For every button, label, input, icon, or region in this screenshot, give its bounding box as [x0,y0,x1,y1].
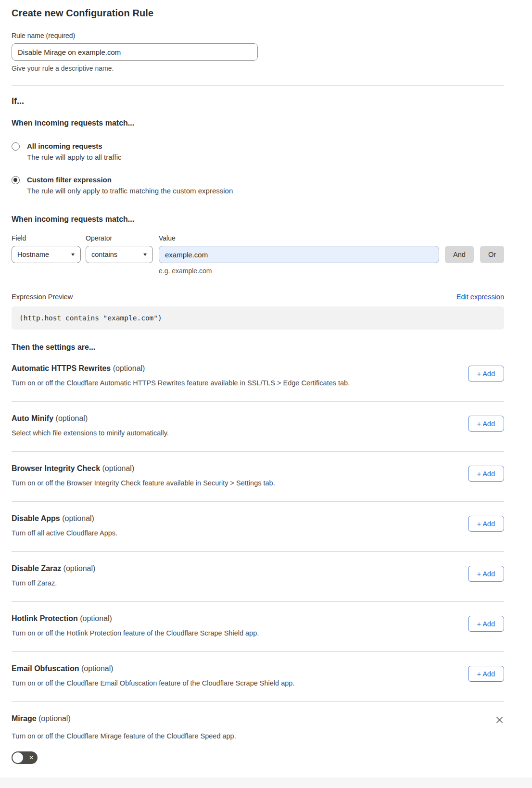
edit-expression-link[interactable]: Edit expression [456,293,504,301]
rule-name-label: Rule name (required) [12,32,504,39]
setting-name: Mirage [12,714,37,723]
value-input[interactable] [159,246,439,263]
add-button[interactable]: + Add [468,516,505,532]
operator-select-value: contains [91,251,117,258]
add-button[interactable]: + Add [468,416,505,432]
add-button[interactable]: + Add [468,616,505,632]
setting-optional-tag: (optional) [102,464,135,472]
if-heading: If... [12,96,504,106]
expression-preview-box: (http.host contains "example.com") [12,306,504,330]
setting-name: Browser Integrity Check [12,464,100,472]
setting-name: Hotlink Protection [12,614,78,623]
radio-option-label: Custom filter expression [27,176,233,184]
setting-description: Select which file extensions to minify a… [12,429,169,437]
setting-name: Disable Apps [12,514,60,522]
radio-option-description: The rule will only apply to traffic matc… [27,187,233,195]
setting-optional-tag: (optional) [62,514,94,522]
setting-description: Turn on or off the Cloudflare Automatic … [12,379,350,387]
setting-optional-tag: (optional) [63,564,96,572]
setting-name: Disable Zaraz [12,564,61,572]
radio-option-custom-filter-expression[interactable]: Custom filter expression The rule will o… [12,176,504,195]
radio-option-label: All incoming requests [27,142,121,150]
setting-hotlink-protection: Hotlink Protection (optional) Turn on or… [12,602,504,651]
and-button[interactable]: And [445,246,474,263]
expression-preview-code: (http.host contains "example.com") [19,314,162,322]
setting-browser-integrity-check: Browser Integrity Check (optional) Turn … [12,452,504,501]
setting-optional-tag: (optional) [113,364,145,372]
rule-name-input[interactable] [12,43,258,61]
rule-name-helper: Give your rule a descriptive name. [12,64,504,72]
configuration-rule-page: Create new Configuration Rule Rule name … [0,0,532,766]
field-select[interactable]: Hostname ▼ [12,246,81,263]
setting-disable-zaraz: Disable Zaraz (optional) Turn off Zaraz.… [12,552,504,601]
match-heading: When incoming requests match... [12,119,504,127]
radio-option-description: The rule will apply to all traffic [27,153,121,161]
setting-description: Turn off Zaraz. [12,579,95,587]
then-heading: Then the settings are... [12,343,504,352]
setting-description: Turn off all active Cloudflare Apps. [12,529,117,537]
add-button[interactable]: + Add [468,566,505,582]
chevron-down-icon: ▼ [142,252,148,257]
operator-select[interactable]: contains ▼ [86,246,153,263]
radio-option-all-incoming-requests[interactable]: All incoming requests The rule will appl… [12,142,504,161]
add-button[interactable]: + Add [468,666,505,682]
setting-description: Turn on or off the Hotlink Protection fe… [12,629,259,637]
setting-description: Turn on or off the Browser Integrity Che… [12,479,275,487]
toggle-knob [13,752,23,763]
radio-selected-icon[interactable] [12,176,20,184]
setting-optional-tag: (optional) [38,714,71,723]
setting-name: Automatic HTTPS Rewrites [12,364,111,372]
setting-name: Auto Minify [12,414,53,422]
setting-optional-tag: (optional) [81,664,114,673]
setting-mirage: Mirage (optional) Turn on or off the Clo… [12,702,504,766]
setting-optional-tag: (optional) [80,614,112,623]
radio-unselected-icon[interactable] [12,142,20,151]
page-title: Create new Configuration Rule [12,8,504,19]
setting-disable-apps: Disable Apps (optional) Turn off all act… [12,502,504,551]
field-label: Field [12,234,81,242]
setting-automatic-https-rewrites: Automatic HTTPS Rewrites (optional) Turn… [12,352,504,401]
close-icon[interactable] [495,715,504,726]
or-button[interactable]: Or [480,246,504,263]
add-button[interactable]: + Add [468,466,505,482]
setting-name: Email Obfuscation [12,664,79,673]
field-select-value: Hostname [17,251,49,258]
operator-label: Operator [86,234,153,242]
expression-builder-heading: When incoming requests match... [12,215,504,224]
toggle-off-x-icon: ✕ [29,755,34,761]
section-divider [12,85,504,86]
setting-auto-minify: Auto Minify (optional) Select which file… [12,402,504,451]
expression-preview-label: Expression Preview [12,293,73,301]
mirage-toggle[interactable]: ✕ [12,751,38,764]
chevron-down-icon: ▼ [70,252,76,257]
page-bottom-strip [0,777,532,788]
setting-email-obfuscation: Email Obfuscation (optional) Turn on or … [12,652,504,701]
setting-description: Turn on or off the Cloudflare Mirage fea… [12,732,504,740]
value-label: Value [159,234,439,242]
setting-optional-tag: (optional) [56,414,88,422]
add-button[interactable]: + Add [468,366,505,381]
setting-description: Turn on or off the Cloudflare Email Obfu… [12,679,294,687]
value-helper: e.g. example.com [159,267,439,275]
expression-builder-row: Field Hostname ▼ Operator contains ▼ Val… [12,234,504,275]
